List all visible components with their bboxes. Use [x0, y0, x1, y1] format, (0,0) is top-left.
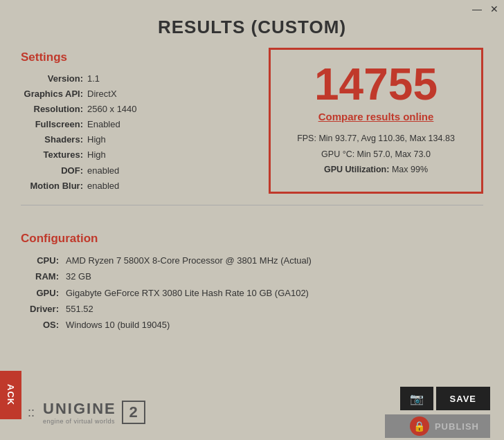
config-value: Windows 10 (build 19045)	[66, 317, 170, 333]
settings-label: Textures:	[21, 147, 83, 163]
config-value: 551.52	[66, 301, 93, 317]
settings-value: High	[87, 132, 106, 147]
settings-label: DOF:	[21, 163, 83, 178]
config-value: Gigabyte GeForce RTX 3080 Lite Hash Rate…	[66, 285, 309, 301]
fps-line2: GPU °C: Min 57.0, Max 73.0	[285, 147, 467, 163]
table-row: RAM: 32 GB	[21, 268, 483, 284]
logo-dots-icon: ::	[28, 405, 35, 420]
content-area: Settings Version: 1.1 Graphics API: Dire…	[0, 51, 504, 194]
settings-label: Motion Blur:	[21, 178, 83, 194]
save-row: 📷 SAVE	[400, 387, 490, 410]
table-row: CPU: AMD Ryzen 7 5800X 8-Core Processor …	[21, 253, 483, 268]
settings-label: Version:	[21, 71, 83, 86]
settings-value: enabled	[87, 163, 119, 178]
publish-button[interactable]: 🔒 PUBLISH	[385, 414, 490, 438]
action-buttons: 📷 SAVE 🔒 PUBLISH	[385, 387, 490, 438]
logo-name: UNIGINE	[43, 400, 116, 418]
score-box: 14755 Compare results online FPS: Min 93…	[269, 48, 483, 194]
logo-text: UNIGINE engine of virtual worlds	[43, 400, 116, 425]
config-label: GPU:	[21, 285, 59, 301]
table-row: GPU: Gigabyte GeForce RTX 3080 Lite Hash…	[21, 285, 483, 301]
table-row: Fullscreen: Enabled	[21, 117, 255, 132]
settings-label: Graphics API:	[21, 86, 83, 102]
score-number: 14755	[285, 62, 467, 107]
table-row: Graphics API: DirectX	[21, 86, 255, 102]
table-row: Driver: 551.52	[21, 301, 483, 317]
settings-value: High	[87, 147, 106, 163]
table-row: DOF: enabled	[21, 163, 255, 178]
config-label: OS:	[21, 317, 59, 333]
settings-value: DirectX	[87, 86, 117, 102]
table-row: Textures: High	[21, 147, 255, 163]
config-value: 32 GB	[66, 268, 91, 284]
settings-heading: Settings	[21, 51, 255, 64]
logo-subtitle: engine of virtual worlds	[43, 418, 116, 425]
camera-icon: 📷	[410, 392, 424, 405]
table-row: Shaders: High	[21, 132, 255, 147]
save-button[interactable]: SAVE	[436, 387, 490, 410]
config-label: Driver:	[21, 301, 59, 317]
title-bar: — ✕	[0, 0, 504, 14]
publish-row: 🔒 PUBLISH	[385, 414, 490, 438]
settings-label: Fullscreen:	[21, 117, 83, 132]
settings-section: Settings Version: 1.1 Graphics API: Dire…	[21, 51, 255, 194]
settings-label: Resolution:	[21, 102, 83, 117]
compare-results-link[interactable]: Compare results online	[285, 111, 467, 122]
minimize-button[interactable]: —	[472, 4, 482, 14]
back-button[interactable]: ACK	[0, 371, 21, 419]
config-table: CPU: AMD Ryzen 7 5800X 8-Core Processor …	[21, 253, 483, 333]
config-section: Configuration CPU: AMD Ryzen 7 5800X 8-C…	[0, 218, 504, 333]
page-title: RESULTS (CUSTOM)	[0, 17, 504, 38]
app-window: — ✕ RESULTS (CUSTOM) Settings Version: 1…	[0, 0, 504, 440]
table-row: OS: Windows 10 (build 19045)	[21, 317, 483, 333]
fps-line1: FPS: Min 93.77, Avg 110.36, Max 134.83	[285, 131, 467, 147]
close-button[interactable]: ✕	[490, 4, 498, 14]
fps-line3-value: Max 99%	[392, 165, 428, 174]
logo-area: :: UNIGINE engine of virtual worlds 2	[28, 400, 145, 425]
table-row: Version: 1.1	[21, 71, 255, 86]
settings-label: Shaders:	[21, 132, 83, 147]
settings-value: Enabled	[87, 117, 120, 132]
bottom-bar: ACK :: UNIGINE engine of virtual worlds …	[0, 385, 504, 440]
config-value: AMD Ryzen 7 5800X 8-Core Processor @ 380…	[66, 253, 312, 268]
table-row: Motion Blur: enabled	[21, 178, 255, 194]
logo-version: 2	[122, 401, 145, 424]
settings-value: 2560 x 1440	[87, 102, 137, 117]
divider	[21, 205, 483, 205]
publish-label: PUBLISH	[435, 421, 479, 432]
settings-value: enabled	[87, 178, 119, 194]
settings-table: Version: 1.1 Graphics API: DirectX Resol…	[21, 71, 255, 194]
fps-line3-label: GPU Utilization:	[324, 165, 389, 174]
config-label: CPU:	[21, 253, 59, 268]
settings-value: 1.1	[87, 71, 100, 86]
config-heading: Configuration	[21, 232, 483, 246]
config-label: RAM:	[21, 268, 59, 284]
lock-icon: 🔒	[410, 416, 429, 436]
screenshot-button[interactable]: 📷	[400, 387, 433, 410]
fps-stats: FPS: Min 93.77, Avg 110.36, Max 134.83 G…	[285, 131, 467, 178]
table-row: Resolution: 2560 x 1440	[21, 102, 255, 117]
fps-line3: GPU Utilization: Max 99%	[285, 162, 467, 178]
